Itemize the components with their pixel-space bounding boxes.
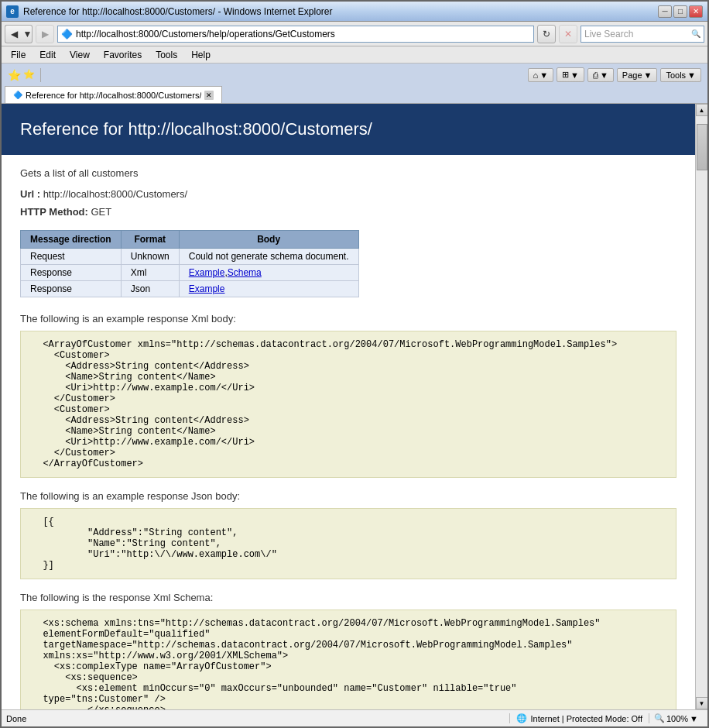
scroll-up-button[interactable]: ▲ <box>696 104 708 116</box>
edit-menu[interactable]: Edit <box>33 48 62 62</box>
print-button[interactable]: ⎙ ▼ <box>587 68 614 82</box>
table-row: Request Unknown Could not generate schem… <box>21 249 359 265</box>
page-body: Gets a list of all customers Url : http:… <box>2 155 695 709</box>
favorites-star-icon: ⭐ <box>8 69 20 81</box>
col-header-body: Body <box>179 231 358 249</box>
page-icon: 🔷 <box>61 29 73 39</box>
browser-title: Reference for http://localhost:8000/Cust… <box>23 6 333 17</box>
tab-favicon: 🔷 <box>13 91 22 99</box>
status-bar: Done 🌐 Internet | Protected Mode: Off 🔍 … <box>2 709 707 726</box>
page-dropdown-icon: ▼ <box>644 70 652 80</box>
address-field[interactable]: 🔷 http://localhost:8000/Customers/help/o… <box>57 26 534 43</box>
zoom-icon: 🔍 <box>654 713 665 723</box>
xml-example-link[interactable]: Example <box>189 267 225 278</box>
method-value: GET <box>91 206 111 218</box>
scrollbar: ▲ ▼ <box>695 104 707 709</box>
table-row: Response Json Example <box>21 281 359 297</box>
tools-menu[interactable]: Tools <box>149 48 183 62</box>
zone-text: Internet | Protected Mode: Off <box>530 714 642 723</box>
row1-format: Unknown <box>121 249 179 265</box>
info-table: Message direction Format Body Request Un… <box>20 230 359 297</box>
status-zone: 🌐 Internet | Protected Mode: Off <box>509 713 649 723</box>
title-bar-left: e Reference for http://localhost:8000/Cu… <box>6 5 333 18</box>
page-inner: Reference for http://localhost:8000/Cust… <box>2 104 695 709</box>
table-row: Response Xml Example,Schema <box>21 265 359 281</box>
row2-direction: Response <box>21 265 122 281</box>
method-label: HTTP Method: <box>20 206 88 218</box>
back-button[interactable]: ◀ <box>5 25 23 43</box>
address-text: http://localhost:8000/Customers/help/ope… <box>76 29 530 39</box>
right-toolbar: ⌂ ▼ ⊞ ▼ ⎙ ▼ Page ▼ Tools ▼ <box>528 67 702 82</box>
row1-body: Could not generate schema document. <box>179 249 358 265</box>
tools-button[interactable]: Tools ▼ <box>660 68 701 82</box>
content-area: Reference for http://localhost:8000/Cust… <box>2 104 707 709</box>
combined-bar: ⭐ ⭐ ⌂ ▼ ⊞ ▼ ⎙ ▼ Page ▼ <box>2 64 707 104</box>
feeds-button[interactable]: ⊞ ▼ <box>557 67 584 82</box>
description-text: Gets a list of all customers <box>20 167 676 179</box>
page-button[interactable]: Page ▼ <box>617 68 658 82</box>
row3-format: Json <box>121 281 179 297</box>
page-header: Reference for http://localhost:8000/Cust… <box>2 104 695 155</box>
refresh-button[interactable]: ↻ <box>537 25 556 43</box>
back-dropdown[interactable]: ▼ <box>23 25 33 43</box>
xml-section-label: The following is an example response Xml… <box>20 313 676 325</box>
scroll-down-button[interactable]: ▼ <box>696 697 708 709</box>
add-favorites-icon: ⭐ <box>23 69 36 81</box>
help-menu[interactable]: Help <box>185 48 217 62</box>
json-code-block: [{ "Address":"String content", "Name":"S… <box>20 508 676 579</box>
zone-icon: 🌐 <box>516 713 527 723</box>
xml-code-block: <ArrayOfCustomer xmlns="http://schemas.d… <box>20 331 676 478</box>
forward-button[interactable]: ▶ <box>36 25 54 43</box>
tabs-row: 🔷 Reference for http://localhost:8000/Cu… <box>5 86 704 103</box>
col-header-format: Format <box>121 231 179 249</box>
page-label: Page <box>622 70 642 80</box>
file-menu[interactable]: File <box>5 48 32 62</box>
status-text: Done <box>6 714 509 723</box>
nav-buttons: ◀ ▼ <box>5 25 33 43</box>
row1-direction: Request <box>21 249 122 265</box>
view-menu[interactable]: View <box>63 48 96 62</box>
page-title: Reference for http://localhost:8000/Cust… <box>20 119 676 139</box>
row2-format: Xml <box>121 265 179 281</box>
feeds-dropdown: ▼ <box>570 70 579 80</box>
close-button[interactable]: ✕ <box>689 5 703 18</box>
row2-body: Example,Schema <box>179 265 358 281</box>
favorites-bar: ⭐ ⭐ ⌂ ▼ ⊞ ▼ ⎙ ▼ Page ▼ <box>5 65 704 84</box>
url-label: Url : <box>20 188 40 200</box>
feeds-icon: ⊞ <box>562 70 569 80</box>
schema-code-block: <xs:schema xmlns:tns="http://schemas.dat… <box>20 610 676 709</box>
zoom-dropdown[interactable]: ▼ <box>690 714 698 723</box>
title-bar: e Reference for http://localhost:8000/Cu… <box>2 2 707 22</box>
scroll-thumb[interactable] <box>697 124 707 170</box>
home-button[interactable]: ⌂ ▼ <box>528 68 554 82</box>
json-example-link[interactable]: Example <box>189 283 225 294</box>
xml-schema-link[interactable]: Schema <box>228 267 262 278</box>
home-dropdown: ▼ <box>539 70 548 80</box>
search-placeholder: Live Search <box>584 29 633 39</box>
stop-button[interactable]: ✕ <box>559 25 577 43</box>
method-line: HTTP Method: GET <box>20 206 676 218</box>
search-icon: 🔍 <box>691 29 700 38</box>
row3-direction: Response <box>21 281 122 297</box>
tools-dropdown-icon: ▼ <box>687 70 696 80</box>
tools-label: Tools <box>666 70 686 80</box>
row3-body: Example <box>179 281 358 297</box>
col-header-direction: Message direction <box>21 231 122 249</box>
favorites-divider <box>40 68 41 82</box>
favorites-menu[interactable]: Favorites <box>98 48 148 62</box>
status-zoom: 🔍 100% ▼ <box>649 713 703 723</box>
active-tab[interactable]: 🔷 Reference for http://localhost:8000/Cu… <box>5 86 222 103</box>
menu-bar: File Edit View Favorites Tools Help <box>2 46 707 64</box>
zoom-value: 100% <box>666 714 688 723</box>
page-content: Reference for http://localhost:8000/Cust… <box>2 104 695 709</box>
url-line: Url : http://localhost:8000/Customers/ <box>20 188 676 200</box>
schema-section-label: The following is the response Xml Schema… <box>20 592 676 603</box>
address-bar: ◀ ▼ ▶ 🔷 http://localhost:8000/Customers/… <box>2 22 707 46</box>
restore-button[interactable]: □ <box>673 5 687 18</box>
scroll-track[interactable] <box>696 116 708 697</box>
home-icon: ⌂ <box>533 70 539 80</box>
tab-close-button[interactable]: ✕ <box>204 91 214 100</box>
minimize-button[interactable]: ─ <box>658 5 672 18</box>
search-box[interactable]: Live Search 🔍 <box>581 26 704 43</box>
print-icon: ⎙ <box>593 70 598 80</box>
